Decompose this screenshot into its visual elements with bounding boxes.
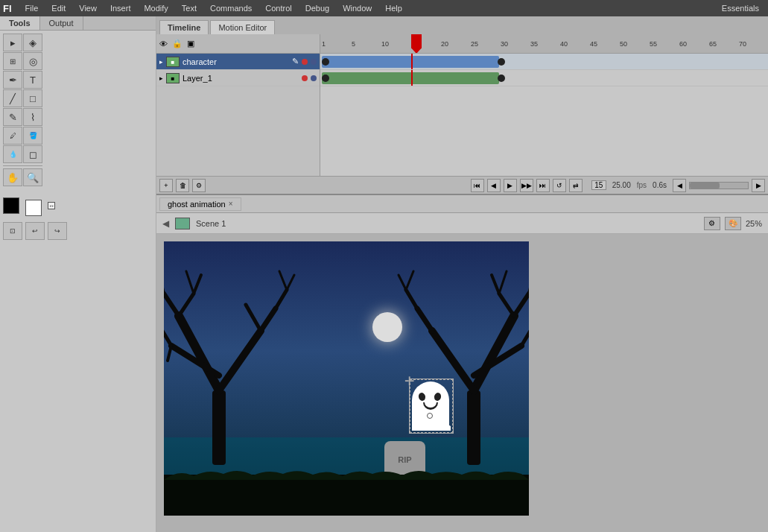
playhead-line-layer1 xyxy=(411,70,413,86)
ghost xyxy=(412,381,451,431)
inkbottle-tool[interactable]: 🖊 xyxy=(3,127,22,145)
eraser-tool[interactable]: ◻ xyxy=(23,145,42,163)
canvas-wrapper[interactable]: RIP xyxy=(156,234,768,532)
step-fwd-btn[interactable]: ▶▶ xyxy=(520,179,533,192)
menu-bar: Fl File Edit View Insert Modify Text Com… xyxy=(0,0,768,16)
svg-line-4 xyxy=(164,294,179,316)
delete-layer-btn[interactable]: 🗑 xyxy=(176,179,189,192)
tool-separator xyxy=(3,165,42,166)
playhead-line-character xyxy=(411,54,413,69)
menu-help[interactable]: Help xyxy=(379,2,408,14)
main-area: Tools Output ▸ ◈ ⊞ ◎ ✒ T ╱ □ ✎ ⌇ 🖊 🪣 💧 ◻ xyxy=(0,16,768,532)
pencil-tool[interactable]: ✎ xyxy=(3,108,22,126)
tween-bar-layer1 xyxy=(322,72,499,84)
stage-controls: ⚙ 🎨 25% xyxy=(704,217,762,230)
menu-edit[interactable]: Edit xyxy=(45,2,72,14)
stroke-color[interactable] xyxy=(3,197,19,214)
time-display: 0.6s xyxy=(650,181,670,189)
keyframe-layer1-start xyxy=(322,75,329,82)
svg-line-15 xyxy=(279,271,287,290)
text-tool[interactable]: T xyxy=(23,71,42,89)
menu-modify[interactable]: Modify xyxy=(138,2,174,14)
stage-ctrl-btn-1[interactable]: ⚙ xyxy=(704,217,720,230)
paintbucket-tool[interactable]: 🪣 xyxy=(23,127,42,145)
eyedropper-tool[interactable]: 💧 xyxy=(3,145,22,163)
rect-tool[interactable]: □ xyxy=(23,89,42,107)
menu-control[interactable]: Control xyxy=(259,2,297,14)
tab-motion-editor[interactable]: Motion Editor xyxy=(210,20,275,34)
scrollbar-thumb[interactable] xyxy=(690,183,720,189)
menu-insert[interactable]: Insert xyxy=(104,2,137,14)
pen-tool[interactable]: ✒ xyxy=(3,71,22,89)
essentials-label[interactable]: Essentials xyxy=(716,2,765,14)
snap-btn-1[interactable]: ⊡ xyxy=(3,222,22,240)
swap-colors[interactable]: ↔ xyxy=(48,202,55,209)
zoom-tool[interactable]: 🔍 xyxy=(23,168,42,186)
playhead-marker[interactable] xyxy=(411,34,422,54)
snap-btn-3[interactable]: ↪ xyxy=(48,222,67,240)
keyframe-start xyxy=(322,58,329,66)
color-section: ↔ xyxy=(0,192,156,219)
menu-debug[interactable]: Debug xyxy=(299,2,335,14)
layer-dot-teal xyxy=(311,59,317,65)
layer-row-character[interactable]: ▸ ■ character ✎ xyxy=(156,54,320,70)
fill-color[interactable] xyxy=(25,200,42,216)
svg-line-20 xyxy=(514,294,529,316)
menu-window[interactable]: Window xyxy=(337,2,378,14)
scene-icon xyxy=(175,218,190,229)
step-back-btn[interactable]: ◀ xyxy=(487,179,501,192)
tab-output[interactable]: Output xyxy=(40,16,83,30)
end-btn[interactable]: ⏭ xyxy=(536,179,550,192)
frame-num-60: 60 xyxy=(679,40,687,48)
free-transform-tool[interactable]: ⊞ xyxy=(3,52,22,70)
eye-icon: 👁 xyxy=(159,39,168,48)
timeline-scrollbar[interactable] xyxy=(689,182,749,189)
svg-line-10 xyxy=(168,346,171,361)
timeline-inner: 👁 🔒 ▣ ▸ ■ character ✎ xyxy=(156,34,768,176)
line-tool[interactable]: ╱ xyxy=(3,89,22,107)
layer-row-layer1[interactable]: ▸ ■ Layer_1 xyxy=(156,70,320,86)
svg-line-11 xyxy=(261,308,276,331)
menu-text[interactable]: Text xyxy=(176,2,203,14)
stage-nav-bar: ◀ Scene 1 ⚙ 🎨 25% xyxy=(156,213,768,234)
frame-num-40: 40 xyxy=(560,40,568,48)
layer-props-btn[interactable]: ⚙ xyxy=(192,179,206,192)
svg-line-14 xyxy=(287,275,294,290)
tab-tools[interactable]: Tools xyxy=(0,16,40,30)
selection-tool[interactable]: ▸ xyxy=(3,34,22,51)
menu-file[interactable]: File xyxy=(19,2,45,14)
snap-btn-2[interactable]: ↩ xyxy=(25,222,45,240)
frame-num-55: 55 xyxy=(650,40,657,48)
tree-right xyxy=(387,256,529,465)
frame-ruler: 1 5 10 15 20 25 30 35 40 45 50 55 60 65 xyxy=(320,34,768,54)
timeline-frames: 1 5 10 15 20 25 30 35 40 45 50 55 60 65 xyxy=(320,34,768,176)
lasso-tool[interactable]: ◎ xyxy=(23,52,42,70)
track-character[interactable] xyxy=(320,54,768,70)
svg-rect-0 xyxy=(212,390,226,465)
hand-tool[interactable]: ✋ xyxy=(3,168,22,186)
track-layer1[interactable] xyxy=(320,70,768,86)
ground-grass xyxy=(164,475,529,516)
nav-back-arrow[interactable]: ◀ xyxy=(162,218,169,229)
subselection-tool[interactable]: ◈ xyxy=(23,34,42,51)
loop-btn[interactable]: ↺ xyxy=(553,179,566,192)
brush-tool[interactable]: ⌇ xyxy=(23,108,42,126)
stage-tab-close[interactable]: × xyxy=(229,200,233,208)
stage-canvas[interactable]: RIP xyxy=(164,241,529,516)
svg-line-8 xyxy=(186,271,194,294)
timeline-scroll-right[interactable]: ▶ xyxy=(752,179,765,192)
add-layer-btn[interactable]: + xyxy=(159,179,173,192)
tab-timeline[interactable]: Timeline xyxy=(159,20,209,34)
layer-panel: 👁 🔒 ▣ ▸ ■ character ✎ xyxy=(156,34,320,176)
sync-btn[interactable]: ⇄ xyxy=(569,179,583,192)
stage-ctrl-btn-2[interactable]: 🎨 xyxy=(725,217,741,230)
frame-num-30: 30 xyxy=(501,40,508,48)
rewind-btn[interactable]: ⏮ xyxy=(471,179,484,192)
menu-view[interactable]: View xyxy=(73,2,103,14)
timeline-scroll-left[interactable]: ◀ xyxy=(673,179,686,192)
svg-line-5 xyxy=(179,294,194,316)
play-btn[interactable]: ▶ xyxy=(504,179,517,192)
stage-tab-ghost-animation[interactable]: ghost animation × xyxy=(159,197,241,211)
ghost-container[interactable]: ✛ xyxy=(410,379,453,433)
menu-commands[interactable]: Commands xyxy=(204,2,258,14)
